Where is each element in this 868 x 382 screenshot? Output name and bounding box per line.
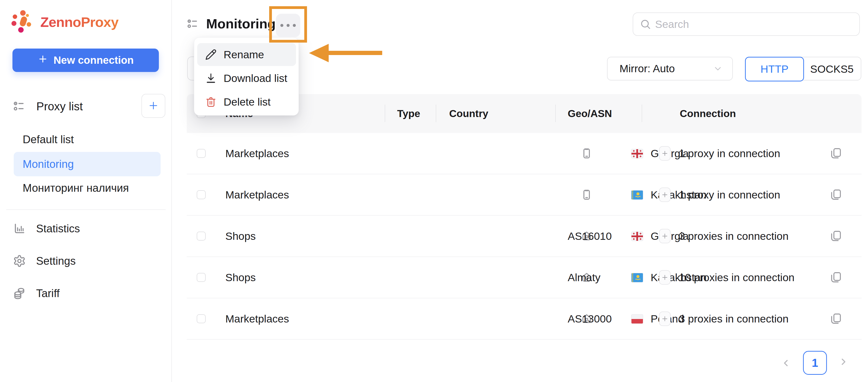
add-to-connection-button[interactable] — [659, 188, 671, 202]
column-header-type: Type — [397, 108, 420, 120]
proxy-name: Marketplaces — [225, 313, 289, 325]
sidebar-item-monitoring[interactable]: Monitoring — [14, 152, 161, 176]
table-row: Marketplaces Kazakhstan 1 proxy in conne… — [187, 174, 862, 216]
list-actions-menu: Rename Download list Delete list — [194, 37, 299, 116]
row-checkbox[interactable] — [197, 314, 206, 323]
ellipsis-icon — [280, 24, 283, 27]
copy-icon[interactable] — [830, 189, 842, 201]
new-connection-label: New connection — [54, 54, 134, 66]
mirror-select[interactable]: Mirror: Auto — [607, 57, 733, 81]
geo-asn-value: AS16010 — [568, 230, 612, 242]
brand-name: ZennoProxy — [40, 14, 119, 30]
column-header-connection: Connection — [680, 108, 736, 120]
column-header-country: Country — [449, 108, 488, 120]
table-row: Shops Kazakhstan Almaty 10 proxies in co… — [187, 257, 862, 298]
sidebar-item-label: Tariff — [36, 287, 60, 299]
trash-icon — [205, 96, 217, 107]
proxy-list-icon — [13, 100, 25, 112]
proxy-list-icon — [187, 18, 199, 30]
row-checkbox[interactable] — [197, 231, 206, 241]
brand-logo-icon — [10, 10, 34, 34]
menu-item-label: Rename — [224, 49, 264, 61]
menu-item-rename[interactable]: Rename — [197, 43, 296, 66]
flag-kazakhstan-icon — [631, 190, 643, 199]
table-row: Marketplaces Poland AS13000 3 proxies in… — [187, 298, 862, 340]
row-checkbox[interactable] — [197, 149, 206, 158]
sidebar-item-monitoring-nalichiya[interactable]: Мониторинг наличия — [23, 182, 129, 194]
copy-icon[interactable] — [830, 313, 842, 325]
table-row: Marketplaces Georgia 1 proxy in connecti… — [187, 133, 862, 174]
column-divider — [436, 104, 436, 122]
proxy-name: Marketplaces — [225, 189, 289, 201]
table-row: Shops Georgia AS16010 3 proxies in conne… — [187, 216, 862, 257]
annotation-arrow-icon — [308, 43, 383, 64]
column-divider — [555, 104, 556, 122]
sidebar-item-tariff[interactable]: Tariff — [0, 278, 172, 308]
search-input[interactable] — [655, 18, 853, 30]
new-connection-button[interactable]: New connection — [12, 49, 159, 72]
proxy-name: Marketplaces — [225, 148, 289, 160]
connection-status: 10 proxies in connection — [679, 272, 795, 284]
tab-socks5[interactable]: SOCKS5 — [803, 57, 861, 81]
geo-asn-value: AS13000 — [568, 313, 612, 325]
connection-status: 3 proxies in connection — [679, 313, 788, 325]
sidebar-section-proxy-list: Proxy list — [36, 100, 83, 113]
download-icon — [205, 72, 217, 84]
mobile-proxy-icon — [581, 189, 593, 201]
sidebar-item-label: Statistics — [36, 222, 80, 235]
flag-kazakhstan-icon — [631, 273, 643, 282]
geo-asn-value: Almaty — [568, 272, 600, 284]
menu-item-download-list[interactable]: Download list — [197, 67, 296, 90]
previous-page-icon[interactable] — [781, 358, 791, 368]
row-checkbox[interactable] — [197, 273, 206, 282]
mirror-selected-value: Mirror: Auto — [620, 63, 713, 75]
app-root: ZennoProxy New connection Proxy list Def… — [0, 0, 868, 382]
connection-status: 3 proxies in connection — [679, 230, 788, 242]
tab-http[interactable]: HTTP — [745, 57, 804, 82]
sidebar-item-statistics[interactable]: Statistics — [0, 214, 172, 244]
sidebar-item-label: Settings — [36, 255, 76, 267]
copy-icon[interactable] — [830, 272, 842, 283]
menu-item-label: Delete list — [224, 96, 271, 108]
sidebar: ZennoProxy New connection Proxy list Def… — [0, 0, 172, 382]
add-list-button[interactable] — [142, 94, 165, 118]
add-to-connection-button[interactable] — [659, 312, 671, 326]
add-to-connection-button[interactable] — [659, 146, 671, 161]
search-box — [633, 12, 860, 36]
proxy-name: Shops — [225, 272, 256, 284]
column-divider — [385, 104, 385, 122]
copy-icon[interactable] — [830, 230, 842, 242]
sidebar-divider — [6, 210, 165, 210]
add-to-connection-button[interactable] — [659, 270, 671, 285]
sidebar-item-label: Monitoring — [23, 158, 74, 170]
protocol-toggle: SOCKS5 HTTP — [745, 57, 861, 81]
next-page-icon[interactable] — [840, 358, 850, 368]
proxy-name: Shops — [225, 230, 256, 242]
sidebar-item-default-list[interactable]: Default list — [23, 133, 74, 146]
bar-chart-icon — [13, 222, 26, 235]
coins-icon — [13, 287, 26, 300]
page-number-button[interactable]: 1 — [803, 351, 827, 375]
plus-icon — [148, 100, 159, 112]
copy-icon[interactable] — [830, 148, 842, 159]
chevron-down-icon — [713, 64, 723, 74]
list-more-button[interactable] — [276, 14, 300, 37]
flag-poland-icon — [631, 314, 643, 323]
connection-status: 1 proxy in connection — [679, 148, 780, 160]
column-header-geo-asn: Geo/ASN — [568, 108, 612, 120]
column-divider — [642, 104, 642, 122]
brand: ZennoProxy — [10, 10, 119, 34]
flag-georgia-icon — [631, 149, 643, 158]
connection-status: 1 proxy in connection — [679, 189, 780, 201]
gear-icon — [13, 255, 26, 267]
mobile-proxy-icon — [581, 148, 593, 159]
flag-georgia-icon — [631, 231, 643, 241]
menu-item-delete-list[interactable]: Delete list — [197, 90, 296, 113]
sidebar-item-settings[interactable]: Settings — [0, 246, 172, 276]
search-icon — [640, 19, 651, 30]
add-to-connection-button[interactable] — [659, 229, 671, 243]
menu-item-label: Download list — [224, 72, 287, 85]
pencil-icon — [205, 49, 217, 60]
row-checkbox[interactable] — [197, 190, 206, 199]
plus-icon — [38, 54, 48, 67]
